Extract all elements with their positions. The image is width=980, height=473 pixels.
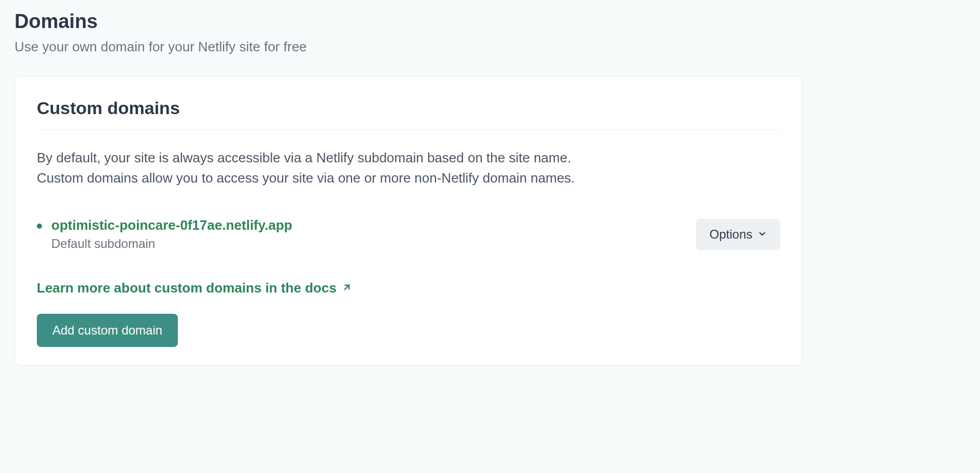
domain-sublabel: Default subdomain [51,236,292,251]
chevron-down-icon [758,227,767,242]
external-link-icon [342,280,352,296]
add-custom-domain-button[interactable]: Add custom domain [37,314,178,347]
status-dot-icon [37,224,42,229]
domain-row: optimistic-poincare-0f17ae.netlify.app D… [37,217,780,251]
domain-info: optimistic-poincare-0f17ae.netlify.app D… [51,217,292,251]
docs-link-label: Learn more about custom domains in the d… [37,280,337,296]
options-button[interactable]: Options [696,219,780,250]
docs-link[interactable]: Learn more about custom domains in the d… [37,280,352,296]
domain-link[interactable]: optimistic-poincare-0f17ae.netlify.app [51,217,292,233]
page-subtitle: Use your own domain for your Netlify sit… [15,39,965,55]
card-heading: Custom domains [37,98,780,130]
card-description: By default, your site is always accessib… [37,148,597,188]
page-title: Domains [15,10,965,33]
domain-left: optimistic-poincare-0f17ae.netlify.app D… [37,217,292,251]
options-button-label: Options [709,227,752,242]
custom-domains-card: Custom domains By default, your site is … [15,76,803,366]
